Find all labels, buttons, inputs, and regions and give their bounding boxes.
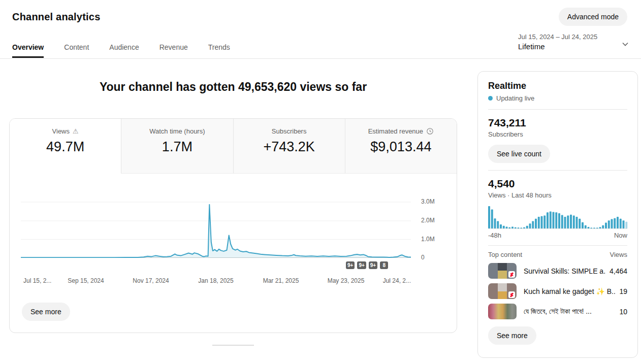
tab-audience[interactable]: Audience [109, 43, 139, 58]
channel-analytics-page: Channel analytics Advanced mode Overview… [0, 0, 641, 364]
chart-y-axis: 3.0M2.0M1.0M0 [421, 193, 452, 258]
views-column-label: Views [610, 251, 627, 258]
x-tick-label: Sep 15, 2024 [68, 277, 104, 284]
views-headline: Your channel has gotten 49,653,620 views… [0, 80, 466, 94]
divider [488, 170, 627, 171]
y-tick-label: 0 [421, 254, 425, 261]
metric-value: $9,013.44 [345, 139, 457, 155]
x-tick-label: Jan 18, 2025 [198, 277, 233, 284]
shorts-badge-icon [508, 271, 515, 278]
realtime-title: Realtime [488, 81, 627, 91]
tab-trends[interactable]: Trends [208, 43, 230, 58]
metric-label: Watch time (hours) [149, 127, 205, 135]
metric-value: +743.2K [234, 139, 345, 155]
top-content-list: Survival Skills: SIMPLE a...4,464Kuch ka… [488, 263, 627, 319]
metric-card-subscribers[interactable]: Subscribers+743.2K [233, 119, 345, 174]
top-content-header: Top content Views [488, 251, 627, 258]
axis-right-label: Now [614, 231, 627, 239]
clock-icon [426, 127, 434, 135]
chart-x-axis: Jul 15, 2...Sep 15, 2024Nov 17, 2024Jan … [10, 277, 422, 285]
x-tick-label: Nov 17, 2024 [133, 277, 169, 284]
x-tick-label: May 23, 2025 [328, 277, 365, 284]
y-tick-label: 1.0M [421, 236, 435, 243]
top-content-row[interactable]: Kuch kamal ke gadget ✨ B...19 [488, 283, 627, 299]
analytics-tabs: OverviewContentAudienceRevenueTrends [12, 43, 230, 58]
views-48h-count: 4,540 [488, 178, 627, 190]
y-tick-label: 2.0M [421, 217, 435, 224]
realtime-status-text: Updating live [496, 94, 534, 102]
divider [488, 245, 627, 246]
overview-chart-card: Views⚠49.7MWatch time (hours)1.7MSubscri… [9, 118, 457, 333]
views-line-chart[interactable] [21, 193, 411, 258]
x-tick-label: Jul 15, 2... [23, 277, 51, 284]
chart-overflow-badges: 9+9+9+8 [346, 261, 388, 269]
x-tick-label: Jul 24, 2... [383, 277, 411, 284]
scroll-divider [212, 345, 254, 346]
chart-marker-badge[interactable]: 9+ [346, 261, 355, 269]
tab-revenue[interactable]: Revenue [159, 43, 188, 58]
video-views: 19 [619, 287, 627, 295]
realtime-card: Realtime Updating live 743,211 Subscribe… [477, 71, 638, 358]
metric-card-estimated-revenue[interactable]: Estimated revenue$9,013.44 [345, 119, 457, 174]
views-48h-label: Views · Last 48 hours [488, 191, 627, 199]
subscriber-count: 743,211 [488, 117, 627, 129]
top-content-label: Top content [488, 251, 522, 258]
metric-card-watch-time-hours[interactable]: Watch time (hours)1.7M [121, 119, 233, 174]
tab-content[interactable]: Content [64, 43, 89, 58]
date-range-selector[interactable]: Jul 15, 2024 – Jul 24, 2025 Lifetime [518, 33, 597, 51]
metric-label: Estimated revenue [368, 127, 423, 135]
key-metrics-strip: Views⚠49.7MWatch time (hours)1.7MSubscri… [10, 119, 457, 174]
divider [488, 109, 627, 110]
video-title: যে জিতবে, সেই টাকা পাবে! ... [524, 307, 615, 316]
chevron-down-icon[interactable] [621, 40, 630, 50]
x-tick-label: Mar 21, 2025 [263, 277, 299, 284]
video-title: Survival Skills: SIMPLE a... [524, 267, 605, 275]
video-views: 4,464 [610, 267, 627, 275]
advanced-mode-button[interactable]: Advanced mode [559, 8, 627, 26]
top-content-row[interactable]: Survival Skills: SIMPLE a...4,464 [488, 263, 627, 279]
axis-left-label: -48h [488, 231, 501, 239]
see-more-button[interactable]: See more [22, 303, 70, 321]
metric-card-views[interactable]: Views⚠49.7M [10, 119, 121, 174]
tab-overview[interactable]: Overview [12, 43, 44, 58]
subscriber-label: Subscribers [488, 130, 627, 138]
chart-marker-badge[interactable]: 9+ [369, 261, 377, 269]
metric-label: Subscribers [272, 127, 307, 135]
live-dot-icon [488, 96, 493, 101]
date-period-label: Lifetime [518, 42, 597, 51]
realtime-status: Updating live [488, 94, 627, 102]
y-tick-label: 3.0M [421, 198, 435, 205]
video-thumbnail [488, 263, 517, 279]
realtime-axis-labels: -48h Now [488, 231, 627, 239]
video-thumbnail [488, 304, 517, 319]
metric-value: 49.7M [10, 139, 121, 155]
metric-value: 1.7M [121, 139, 233, 155]
metric-label: Views [52, 127, 70, 135]
warning-icon: ⚠ [73, 127, 79, 135]
shorts-badge-icon [508, 291, 515, 298]
top-content-row[interactable]: যে জিতবে, সেই টাকা পাবে! ...10 [488, 304, 627, 319]
realtime-see-more-button[interactable]: See more [488, 326, 536, 345]
chart-marker-badge[interactable]: 8 [380, 261, 388, 269]
video-thumbnail [488, 283, 517, 299]
page-title: Channel analytics [12, 11, 100, 23]
see-live-count-button[interactable]: See live count [488, 145, 550, 163]
video-title: Kuch kamal ke gadget ✨ B... [524, 287, 615, 295]
tabs-divider [0, 58, 641, 59]
video-views: 10 [619, 308, 627, 316]
date-range-text: Jul 15, 2024 – Jul 24, 2025 [518, 33, 597, 41]
chart-marker-badge[interactable]: 9+ [357, 261, 366, 269]
realtime-bar-chart[interactable] [488, 205, 627, 229]
